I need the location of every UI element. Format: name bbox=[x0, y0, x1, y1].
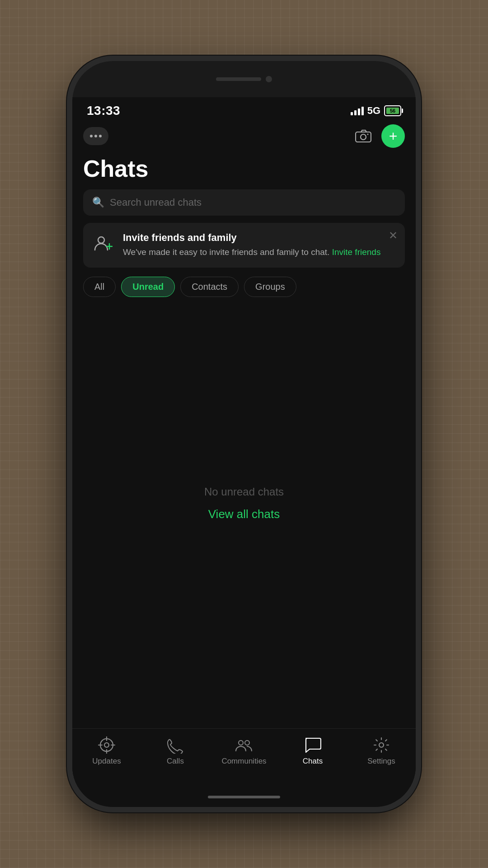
svg-point-6 bbox=[104, 743, 109, 747]
signal-bar-3 bbox=[358, 108, 360, 115]
more-menu-button[interactable] bbox=[83, 127, 108, 145]
communities-icon bbox=[235, 736, 253, 754]
nav-item-communities[interactable]: Communities bbox=[210, 736, 278, 766]
invite-icon bbox=[92, 232, 116, 255]
camera-icon bbox=[355, 130, 371, 142]
screen: 13:33 5G 56 bbox=[72, 97, 416, 807]
notch bbox=[194, 72, 294, 86]
home-pill bbox=[208, 796, 280, 798]
top-right-actions: + bbox=[352, 124, 405, 148]
invite-title: Invite friends and family bbox=[123, 232, 396, 244]
svg-point-3 bbox=[98, 237, 104, 243]
camera-button[interactable] bbox=[352, 125, 374, 147]
nav-item-calls[interactable]: Calls bbox=[141, 736, 210, 766]
updates-icon-svg bbox=[98, 736, 115, 754]
settings-icon bbox=[372, 736, 390, 754]
notch-pill bbox=[216, 77, 261, 81]
notch-area bbox=[72, 61, 416, 97]
search-bar[interactable]: 🔍 Search unread chats bbox=[83, 189, 405, 216]
search-icon: 🔍 bbox=[92, 197, 104, 208]
signal-bar-4 bbox=[361, 107, 364, 115]
chats-icon-svg bbox=[304, 736, 321, 754]
invite-people-icon bbox=[93, 233, 115, 255]
signal-strength-icon bbox=[351, 106, 364, 115]
signal-bar-1 bbox=[351, 112, 353, 115]
status-time: 13:33 bbox=[87, 104, 120, 118]
nav-item-chats[interactable]: Chats bbox=[278, 736, 347, 766]
dot-2 bbox=[94, 135, 97, 137]
calls-icon-svg bbox=[167, 736, 184, 754]
bottom-nav: Updates Calls bbox=[72, 728, 416, 787]
invite-link[interactable]: Invite friends bbox=[332, 247, 381, 257]
filter-tab-groups[interactable]: Groups bbox=[244, 277, 296, 297]
invite-text-area: Invite friends and family We've made it … bbox=[123, 232, 396, 259]
battery-level: 56 bbox=[386, 108, 399, 114]
signal-bar-2 bbox=[354, 110, 357, 115]
invite-body: We've made it easy to invite friends and… bbox=[123, 246, 396, 259]
calls-label: Calls bbox=[167, 757, 184, 766]
communities-label: Communities bbox=[221, 757, 266, 766]
updates-label: Updates bbox=[92, 757, 121, 766]
svg-point-12 bbox=[245, 741, 249, 745]
filter-tabs: All Unread Contacts Groups bbox=[72, 277, 416, 306]
network-type: 5G bbox=[367, 105, 380, 117]
empty-message: No unread chats bbox=[204, 486, 284, 498]
invite-banner: Invite friends and family We've made it … bbox=[83, 223, 405, 268]
search-placeholder: Search unread chats bbox=[110, 197, 202, 208]
battery-icon: 56 bbox=[384, 105, 401, 116]
filter-tab-contacts[interactable]: Contacts bbox=[180, 277, 239, 297]
chats-icon bbox=[304, 736, 322, 754]
svg-rect-0 bbox=[356, 132, 371, 142]
svg-point-2 bbox=[367, 134, 369, 135]
new-chat-button[interactable]: + bbox=[381, 124, 405, 148]
view-all-chats-link[interactable]: View all chats bbox=[208, 507, 280, 521]
svg-point-1 bbox=[361, 134, 366, 140]
status-right-area: 5G 56 bbox=[351, 105, 401, 117]
nav-item-settings[interactable]: Settings bbox=[347, 736, 416, 766]
nav-item-updates[interactable]: Updates bbox=[72, 736, 141, 766]
home-indicator bbox=[72, 787, 416, 807]
svg-point-11 bbox=[239, 741, 243, 745]
updates-icon bbox=[98, 736, 116, 754]
status-bar: 13:33 5G 56 bbox=[72, 97, 416, 123]
invite-body-text: We've made it easy to invite friends and… bbox=[123, 247, 329, 257]
settings-label: Settings bbox=[367, 757, 395, 766]
dot-3 bbox=[99, 135, 102, 137]
settings-icon-svg bbox=[373, 736, 390, 754]
battery-percentage: 56 bbox=[390, 108, 395, 113]
dot-1 bbox=[90, 135, 93, 137]
close-banner-button[interactable]: ✕ bbox=[389, 229, 398, 242]
svg-point-13 bbox=[379, 743, 384, 747]
communities-icon-svg bbox=[235, 736, 253, 754]
phone-frame: 13:33 5G 56 bbox=[72, 61, 416, 807]
top-action-bar: + bbox=[72, 123, 416, 151]
app-title: Chats bbox=[72, 151, 416, 189]
filter-tab-unread[interactable]: Unread bbox=[121, 277, 175, 297]
chats-label: Chats bbox=[303, 757, 323, 766]
calls-icon bbox=[166, 736, 184, 754]
filter-tab-all[interactable]: All bbox=[83, 277, 116, 297]
front-camera bbox=[266, 76, 272, 82]
empty-state: No unread chats View all chats bbox=[72, 306, 416, 728]
